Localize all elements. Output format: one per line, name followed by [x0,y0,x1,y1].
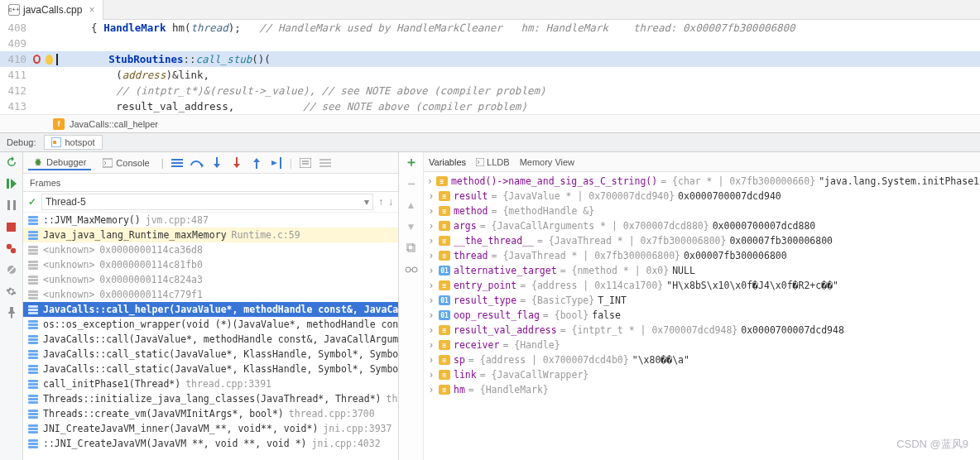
line-number[interactable]: 409 [0,37,33,50]
svg-rect-4 [7,223,16,232]
line-number[interactable]: 408 [0,22,33,34]
variable-row[interactable]: ›≡__the_thread__ = {JavaThread * | 0x7fb… [424,233,980,248]
code-editor[interactable]: 408 { HandleMark hm(thread); // HandleMa… [0,20,980,114]
code-line[interactable]: 410 StubRoutines::call_stub()( [0,51,980,67]
stack-frame[interactable]: call_initPhase1(Thread*) thread.cpp:3391 [23,376,398,391]
step-into-icon[interactable] [210,156,223,170]
code-line[interactable]: 408 { HandleMark hm(thread); // HandleMa… [0,20,980,36]
stack-frame-icon [28,350,38,358]
stack-frame[interactable]: JavaCalls::call_static(JavaValue*, Klass… [23,362,398,376]
expand-chevron-icon[interactable]: › [427,190,435,202]
stack-frame[interactable]: Java_java_lang_Runtime_maxMemory Runtime… [23,228,398,242]
force-step-into-icon[interactable] [230,156,243,170]
expand-chevron-icon[interactable]: › [427,250,435,261]
code-line[interactable]: 411 (address)&link, [0,67,980,83]
line-number[interactable]: 412 [0,84,33,97]
step-over-icon[interactable] [190,156,204,170]
code-line[interactable]: 412 // (intptr_t*)&(result->_value), // … [0,83,980,98]
svg-rect-28 [408,245,415,252]
line-number[interactable]: 410 [0,53,33,65]
copy-watch-icon[interactable] [405,242,418,255]
expand-chevron-icon[interactable]: › [427,295,435,306]
variable-row[interactable]: ›01oop_result_flag = {bool} false [424,308,980,323]
resume-icon[interactable] [5,177,18,190]
step-out-icon[interactable] [250,156,263,170]
variable-row[interactable]: ›≡receiver = {Handle} [424,338,980,352]
glasses-icon[interactable] [405,263,418,276]
stack-frame[interactable]: JavaCalls::call_helper(JavaValue*, metho… [23,302,398,317]
code-line[interactable]: 409 [0,36,980,51]
expand-chevron-icon[interactable]: › [427,175,433,187]
watch-up-icon[interactable]: ▲ [405,199,418,212]
variable-row[interactable]: ›01result_type = {BasicType} T_INT [424,293,980,308]
expand-chevron-icon[interactable]: › [427,265,435,276]
variable-row[interactable]: ›≡link = {JavaCallWrapper} [424,367,980,382]
variable-row[interactable]: ›≡hm = {HandleMark} [424,382,980,397]
tab-console[interactable]: Console [98,156,154,170]
tab-lldb[interactable]: LLDB [476,157,510,167]
more-icon[interactable] [319,156,332,170]
line-number[interactable]: 411 [0,69,33,81]
expand-chevron-icon[interactable]: › [427,369,435,381]
variable-row[interactable]: ›≡result_val_address = {intptr_t * | 0x7… [424,323,980,338]
run-config-selector[interactable]: hotspot [44,135,102,150]
editor-tabbar: c++ javaCalls.cpp × [0,0,980,20]
settings-icon[interactable] [5,285,18,298]
expand-chevron-icon[interactable]: › [427,354,435,366]
show-exec-point-icon[interactable] [171,156,184,170]
code-line[interactable]: 413 result_val_address, // see NOTE abov… [0,98,980,114]
variable-row[interactable]: ›≡method = {methodHandle &} [424,204,980,218]
variable-row[interactable]: ›≡method()->name_and_sig_as_C_string() =… [424,174,980,189]
stack-frame[interactable]: Threads::create_vm(JavaVMInitArgs*, bool… [23,406,398,421]
breadcrumb[interactable]: f JavaCalls::call_helper [0,114,980,132]
stack-frame[interactable]: os::os_exception_wrapper(void (*)(JavaVa… [23,317,398,332]
variable-row[interactable]: ›≡sp = {address | 0x700007dcd4b0} "\x80�… [424,352,980,367]
next-frame-icon[interactable]: ↓ [388,196,393,208]
mute-breakpoints-icon[interactable] [5,263,18,276]
variable-row[interactable]: ›≡thread = {JavaThread * | 0x7fb30000680… [424,248,980,263]
expand-chevron-icon[interactable]: › [427,235,435,247]
pin-icon[interactable] [5,306,18,319]
evaluate-icon[interactable] [299,156,312,170]
line-number[interactable]: 413 [0,100,33,113]
file-tab-javacalls[interactable]: c++ javaCalls.cpp × [0,0,103,20]
expand-chevron-icon[interactable]: › [427,384,435,395]
tab-memory-view[interactable]: Memory View [520,157,574,167]
stack-frame[interactable]: <unknown> 0x0000000114c81fb0 [23,257,398,272]
stack-frame[interactable]: JavaCalls::call_static(JavaValue*, Klass… [23,347,398,362]
intention-bulb-icon[interactable] [46,55,53,65]
variable-row[interactable]: ›≡args = {JavaCallArguments * | 0x700007… [424,218,980,233]
breakpoint-icon[interactable] [33,55,41,64]
stack-frame[interactable]: <unknown> 0x0000000114ca36d8 [23,242,398,257]
stack-frame[interactable]: Threads::initialize_java_lang_classes(Ja… [23,391,398,406]
watch-down-icon[interactable]: ▼ [405,220,418,233]
tab-variables[interactable]: Variables [429,157,466,167]
expand-chevron-icon[interactable]: › [427,220,435,232]
view-breakpoints-icon[interactable] [5,242,18,255]
stack-frame[interactable]: JavaCalls::call(JavaValue*, methodHandle… [23,332,398,347]
rerun-icon[interactable] [5,156,18,169]
variable-row[interactable]: ›≡entry_point = {address | 0x114ca1700} … [424,278,980,293]
thread-selector-row: ✓ Thread-5 ▾ ↑ ↓ [23,192,398,213]
stop-icon[interactable] [5,220,18,233]
pause-icon[interactable] [5,199,18,212]
stack-frame[interactable]: JNI_CreateJavaVM_inner(JavaVM_**, void**… [23,421,398,436]
expand-chevron-icon[interactable]: › [427,309,435,321]
expand-chevron-icon[interactable]: › [427,324,435,336]
remove-watch-icon[interactable]: － [405,177,418,190]
thread-dropdown[interactable]: Thread-5 ▾ [41,194,373,210]
variable-row[interactable]: ›≡result = {JavaValue * | 0x700007dcd940… [424,189,980,204]
new-watch-icon[interactable]: ＋ [405,156,418,169]
close-icon[interactable]: × [89,4,94,16]
variable-row[interactable]: ›01alternative_target = {nmethod * | 0x0… [424,263,980,278]
expand-chevron-icon[interactable]: › [427,205,435,217]
stack-frame[interactable]: <unknown> 0x0000000114c779f1 [23,287,398,302]
stack-frame[interactable]: ::JVM_MaxMemory() jvm.cpp:487 [23,213,398,228]
stack-frame[interactable]: ::JNI_CreateJavaVM(JavaVM **, void **, v… [23,436,398,451]
tab-debugger[interactable]: Debugger [28,156,91,170]
expand-chevron-icon[interactable]: › [427,280,435,291]
stack-frame[interactable]: <unknown> 0x0000000114c824a3 [23,272,398,287]
expand-chevron-icon[interactable]: › [427,339,435,351]
prev-frame-icon[interactable]: ↑ [378,196,383,208]
run-to-cursor-icon[interactable] [270,156,283,170]
